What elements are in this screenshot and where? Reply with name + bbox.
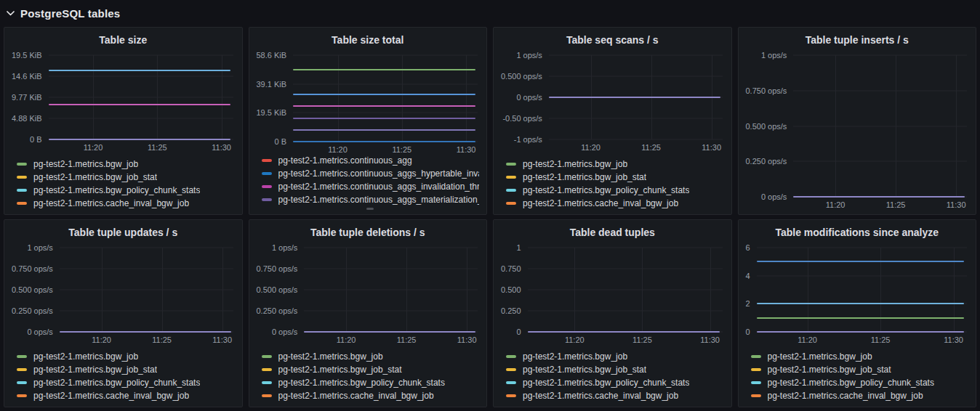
legend-item[interactable]: pg-test2-1.metrics.bgw_job (751, 350, 969, 363)
legend-label: pg-test2-1.metrics.bgw_job (523, 159, 627, 169)
panel-title[interactable]: Table tuple deletions / s (257, 224, 480, 241)
legend-item[interactable]: pg-test2-1.metrics.cache_inval_bgw_job (262, 389, 480, 402)
x-tick-label: 11:20 (328, 145, 348, 154)
legend-label: pg-test2-1.metrics.continuous_aggs_hyper… (278, 168, 480, 179)
v-gridline (642, 248, 643, 332)
legend-item[interactable]: pg-test2-1.metrics.bgw_job_stat (17, 363, 235, 376)
y-axis: 10.7500.5000.2500 0.750 (501, 248, 528, 345)
legend-item[interactable]: pg-test2-1.metrics.bgw_job_stat (17, 171, 235, 184)
legend-item[interactable]: pg-test2-1.metrics.cache_inval_bgw_job (506, 389, 724, 402)
y-tick-label: 0.750 ops/s (257, 264, 298, 273)
legend-item[interactable]: pg-test2-1.metrics.cache_inval_bgw_job (17, 197, 235, 210)
legend-item[interactable]: pg-test2-1.metrics.bgw_job_stat (506, 171, 724, 184)
series-color-swatch (751, 355, 761, 358)
series-color-swatch (262, 394, 272, 397)
legend-item[interactable]: pg-test2-1.metrics.continuous_agg (262, 155, 480, 167)
panel-title[interactable]: Table tuple updates / s (12, 224, 235, 241)
legend-item[interactable]: pg-test2-1.metrics.bgw_job (506, 350, 724, 363)
plot-area[interactable] (757, 248, 968, 332)
chevron-down-icon (5, 8, 15, 18)
h-gridline (528, 269, 723, 269)
legend-item[interactable]: pg-test2-1.metrics.bgw_job (506, 158, 724, 171)
legend-item[interactable]: pg-test2-1.metrics.bgw_policy_chunk_stat… (506, 184, 724, 197)
h-gridline (60, 269, 233, 269)
h-gridline (793, 126, 967, 126)
series-color-swatch (506, 394, 516, 397)
panel-title[interactable]: Table tuple inserts / s (746, 31, 969, 49)
series-line (757, 317, 965, 319)
plot-area[interactable] (60, 248, 235, 332)
series-color-swatch (17, 163, 27, 166)
panel-title[interactable]: Table size (12, 31, 235, 49)
legend-item[interactable]: pg-test2-1.metrics.bgw_policy_chunk_stat… (751, 376, 969, 389)
h-gridline (304, 311, 478, 312)
legend-item[interactable]: pg-test2-1.metrics.bgw_job_stat (751, 363, 969, 376)
panel-table-size-total: Table size total 58.6 KiB39.1 KiB19.5 Ki… (249, 27, 488, 215)
panel-title[interactable]: Table modifications since analyze (746, 224, 969, 241)
legend-item[interactable]: pg-test2-1.metrics.bgw_job_stat (506, 363, 724, 376)
time-series-chart: 1 ops/s0.500 ops/s0 ops/s-0.50 ops/s-1 o… (501, 49, 724, 152)
legend-item[interactable]: pg-test2-1.metrics.continuous_aggs_hyper… (262, 167, 480, 180)
row-header-postgresql-tables[interactable]: PostgreSQL tables (5, 3, 976, 23)
legend-label: pg-test2-1.metrics.bgw_job (278, 351, 383, 362)
legend-item[interactable]: pg-test2-1.metrics.continuous_aggs_inval… (262, 180, 480, 193)
plot-area[interactable] (293, 55, 479, 142)
legend-item[interactable]: pg-test2-1.metrics.bgw_policy_chunk_stat… (17, 184, 235, 197)
y-tick-label: 1 (516, 243, 521, 252)
legend-label: pg-test2-1.metrics.bgw_job_stat (523, 172, 646, 182)
legend-item[interactable]: pg-test2-1.metrics.bgw_job (17, 158, 235, 171)
legend-item[interactable]: pg-test2-1.metrics.cache_inval_bgw_job (17, 389, 235, 402)
y-tick-label: 0 B (275, 137, 287, 146)
time-series-chart: 6420 6 11:2011:2511:30 (746, 241, 969, 345)
time-series-chart: 1 ops/s0.750 ops/s0.500 ops/s0.250 ops/s… (257, 241, 480, 345)
y-tick-label: 19.5 KiB (12, 51, 42, 60)
time-series-chart: 1 ops/s0.750 ops/s0.500 ops/s0.250 ops/s… (12, 241, 235, 345)
legend-item[interactable]: pg-test2-1.metrics.continuous_aggs_mater… (262, 193, 480, 206)
legend-label: pg-test2-1.metrics.cache_inval_bgw_job (523, 391, 678, 401)
plot-area[interactable] (304, 248, 479, 332)
legend-item[interactable]: pg-test2-1.metrics.bgw_policy_chunk_stat… (262, 376, 480, 389)
series-color-swatch (262, 172, 272, 175)
legend-label: pg-test2-1.metrics.bgw_job_stat (33, 172, 157, 182)
v-gridline (222, 55, 222, 139)
legend-label: pg-test2-1.metrics.continuous_aggs_mater… (278, 195, 480, 205)
legend-item[interactable]: pg-test2-1.metrics.bgw_job (262, 350, 480, 363)
series-line (49, 104, 231, 105)
y-tick-label: 0.250 ops/s (12, 306, 53, 315)
v-gridline (93, 55, 94, 139)
legend-item[interactable]: pg-test2-1.metrics.cache_inval_bgw_job (506, 197, 724, 210)
legend-label: pg-test2-1.metrics.cache_inval_bgw_job (768, 391, 923, 401)
y-tick-label: 1 ops/s (761, 51, 787, 60)
panel-table-dead-tuples: Table dead tuples 10.7500.5000.2500 0.75… (493, 219, 732, 407)
v-gridline (102, 248, 103, 332)
legend-item[interactable]: pg-test2-1.metrics.bgw_job (17, 350, 235, 363)
legend-item[interactable]: pg-test2-1.metrics.bgw_policy_chunk_stat… (17, 376, 235, 389)
plot-area[interactable] (793, 55, 968, 197)
plot-area[interactable] (549, 55, 724, 139)
time-series-chart: 58.6 KiB39.1 KiB19.5 KiB0 B 58.6 KiB 11:… (257, 49, 480, 155)
panel-table-seq-scans: Table seq scans / s 1 ops/s0.500 ops/s0 … (493, 27, 732, 215)
panel-title[interactable]: Table size total (257, 31, 480, 49)
y-tick-label: 0 (516, 327, 521, 336)
y-tick-label: 0.750 (501, 264, 521, 273)
row-title: PostgreSQL tables (20, 7, 120, 20)
legend-item[interactable]: pg-test2-1.metrics.bgw_policy_chunk_stat… (506, 376, 724, 389)
h-gridline (49, 76, 233, 77)
plot-area[interactable] (49, 55, 235, 139)
series-line (293, 129, 475, 131)
series-color-swatch (751, 368, 761, 371)
legend-label: pg-test2-1.metrics.cache_inval_bgw_job (33, 391, 189, 401)
x-tick-label: 11:25 (397, 335, 417, 344)
panel-title[interactable]: Table seq scans / s (501, 31, 724, 49)
legend-label: pg-test2-1.metrics.bgw_job_stat (278, 365, 402, 375)
x-tick-label: 11:20 (92, 335, 111, 344)
legend-item[interactable]: pg-test2-1.metrics.bgw_job_stat (262, 363, 480, 376)
plot-area[interactable] (528, 248, 724, 332)
legend-item[interactable]: pg-test2-1.metrics.cache_inval_bgw_job (751, 389, 969, 402)
x-tick-label: 11:20 (798, 335, 817, 344)
y-tick-label: 0 ops/s (516, 93, 542, 102)
panel-title[interactable]: Table dead tuples (501, 224, 724, 241)
v-gridline (157, 55, 158, 139)
v-gridline (835, 55, 836, 197)
h-gridline (49, 97, 233, 98)
